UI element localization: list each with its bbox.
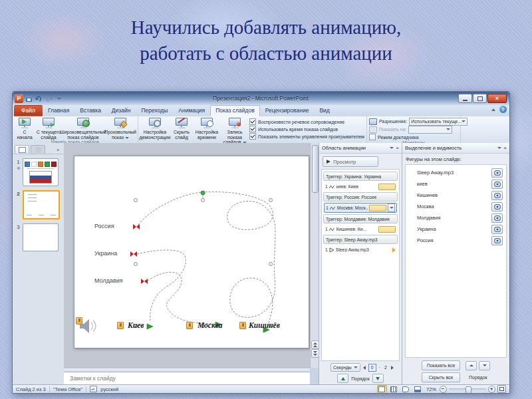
setup-slideshow-button[interactable]: Настройка демонстрации	[140, 118, 170, 140]
thumbnail-slide-1[interactable]: 1	[13, 154, 64, 186]
order-up-button[interactable]	[466, 361, 477, 370]
shape-item-russia[interactable]: Россия	[408, 235, 504, 246]
notes-pane[interactable]: Заметки к слайду	[64, 372, 310, 384]
slides-tab[interactable]	[15, 145, 29, 154]
from-beginning-button[interactable]: С начала	[15, 118, 35, 140]
animation-item-kiev[interactable]: 1 киев: Киев	[324, 182, 397, 191]
visibility-eye-icon[interactable]	[491, 225, 503, 234]
checkbox-show-media-controls[interactable]: Показать элементы управления проигрывате…	[249, 133, 364, 140]
zoom-slider[interactable]	[449, 388, 486, 390]
minimize-button[interactable]	[458, 94, 472, 103]
show-all-button[interactable]: Показать все	[422, 360, 461, 370]
animation-item-chisinau[interactable]: 1 Кишинев: Ки...	[324, 225, 397, 233]
shape-item-ukraine[interactable]: Украина	[408, 223, 504, 235]
animation-item-moscow-selected[interactable]: 1 Москва: Моск...	[324, 203, 397, 213]
hide-all-button[interactable]: Скрыть все	[422, 372, 461, 382]
shape-item-audio[interactable]: Sleep Away.mp3	[408, 167, 504, 178]
minimize-ribbon-button[interactable]	[489, 106, 497, 113]
slide-3-thumbnail[interactable]	[23, 223, 59, 251]
label-kiev[interactable]: Киев	[128, 321, 144, 329]
trigger-header-audio[interactable]: Триггер: Sleep Away.mp3	[323, 235, 398, 244]
tab-file[interactable]: Файл	[14, 105, 43, 116]
zoom-in-button[interactable]	[488, 386, 495, 393]
spellcheck-icon[interactable]	[90, 386, 97, 392]
normal-view-button[interactable]	[377, 385, 387, 394]
tab-transitions[interactable]: Переходы	[136, 105, 173, 116]
from-current-slide-button[interactable]: С текущего слайда	[36, 118, 61, 140]
tab-home[interactable]: Главная	[43, 105, 74, 116]
timing-bar[interactable]	[378, 184, 396, 190]
tab-insert[interactable]: Вставка	[74, 105, 106, 116]
tab-design[interactable]: Дизайн	[106, 105, 136, 116]
chevron-down-icon[interactable]	[497, 147, 501, 149]
rehearse-timings-button[interactable]: Настройка времени	[194, 118, 220, 140]
trigger-header-ukraine[interactable]: Триггер: Украина: Украина	[323, 172, 398, 181]
chevron-down-icon[interactable]	[390, 147, 394, 149]
label-russia[interactable]: Россия	[94, 223, 114, 229]
reorder-up-button[interactable]	[337, 374, 348, 383]
help-button[interactable]: ?	[499, 106, 507, 113]
visibility-eye-icon[interactable]	[491, 168, 503, 178]
tab-view[interactable]: Вид	[314, 105, 334, 116]
hide-slide-button[interactable]: Скрыть слайд	[171, 118, 192, 140]
language-indicator[interactable]: русский	[100, 386, 118, 392]
visibility-eye-icon[interactable]	[491, 191, 503, 200]
tab-slideshow[interactable]: Показ слайдов	[210, 105, 260, 116]
animation-item-audio[interactable]: 1 Sleep Away.mp3	[324, 245, 397, 254]
reading-view-button[interactable]	[401, 385, 411, 394]
shape-item-moldova[interactable]: Молдавия	[408, 212, 504, 223]
zoom-level[interactable]: 72%	[425, 386, 438, 392]
close-panel-button[interactable]: ×	[54, 146, 62, 154]
timeline-units-button[interactable]: Секунды	[331, 363, 360, 372]
tab-animations[interactable]: Анимация	[173, 105, 210, 116]
label-ukraine[interactable]: Украина	[94, 250, 117, 257]
powerpoint-logo-icon[interactable]: P	[15, 94, 23, 103]
close-icon[interactable]: ×	[396, 146, 399, 151]
label-chisinau[interactable]: Кишинёв	[249, 321, 280, 329]
thumbnail-slide-2[interactable]: 2	[13, 186, 64, 219]
vertical-scrollbar[interactable]	[310, 143, 319, 368]
slide-canvas[interactable]: Россия Украина Молдавия Киев Москва Киши…	[74, 156, 309, 348]
tab-review[interactable]: Рецензирование	[260, 105, 315, 116]
visibility-eye-icon[interactable]	[491, 236, 503, 245]
visibility-eye-icon[interactable]	[491, 180, 503, 189]
slide-sorter-view-button[interactable]	[389, 385, 399, 394]
timing-bar[interactable]	[378, 226, 396, 233]
theme-name[interactable]: "Тема Office"	[53, 386, 83, 392]
close-icon[interactable]: ×	[503, 146, 507, 151]
label-moldova[interactable]: Молдавия	[94, 277, 123, 284]
slide-1-thumbnail[interactable]	[23, 158, 59, 186]
trigger-header-russia[interactable]: Триггер: Россия: Россия	[323, 192, 398, 201]
checkbox-presenter-view[interactable]: Режим докладчика	[369, 134, 458, 140]
checkbox-play-narrations[interactable]: Воспроизвести речевое сопровождение	[249, 118, 364, 125]
timing-bar[interactable]	[369, 205, 386, 211]
outline-tab[interactable]	[31, 145, 45, 154]
slideshow-view-button[interactable]	[413, 385, 423, 394]
thumbnail-slide-3[interactable]: 3	[13, 219, 64, 251]
visibility-eye-icon[interactable]	[491, 213, 503, 223]
qat-customize-icon[interactable]	[55, 94, 63, 103]
broadcast-slideshow-button[interactable]: Широковещательный показ слайдов	[63, 118, 104, 140]
redo-icon[interactable]	[45, 94, 53, 103]
checkbox-use-timings[interactable]: Использовать время показа слайдов	[249, 126, 364, 132]
record-slideshow-button[interactable]: Запись показа слайдов	[221, 118, 248, 145]
timeline-scroll-left[interactable]	[362, 364, 367, 371]
close-button[interactable]: ×	[487, 94, 507, 103]
slide-2-thumbnail[interactable]	[23, 190, 60, 219]
item-dropdown-button[interactable]	[388, 203, 395, 212]
timeline-scroll-right[interactable]	[390, 364, 395, 371]
shape-item-moscow[interactable]: Москва	[408, 201, 504, 212]
order-down-button[interactable]	[479, 361, 490, 370]
restore-button[interactable]	[473, 94, 487, 103]
show-on-select[interactable]	[408, 126, 452, 134]
label-moscow[interactable]: Москва	[198, 321, 223, 329]
shape-item-kiev[interactable]: киев	[408, 178, 504, 190]
zoom-out-button[interactable]	[440, 386, 447, 393]
scrollbar-thumb[interactable]	[312, 145, 319, 193]
reorder-down-button[interactable]	[372, 374, 384, 383]
resolution-select[interactable]: Использовать текуще...	[409, 118, 467, 126]
visibility-eye-icon[interactable]	[491, 202, 503, 211]
custom-slideshow-button[interactable]: Произвольный показ	[105, 118, 136, 140]
trigger-header-moldova[interactable]: Триггер: Молдавия: Молдавия	[323, 214, 398, 223]
save-icon[interactable]	[25, 94, 33, 103]
